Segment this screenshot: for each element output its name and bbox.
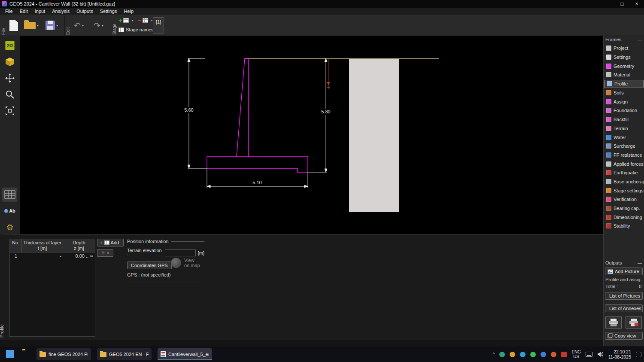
touch-keyboard-icon[interactable] [586, 352, 592, 357]
undo-dropdown-icon[interactable]: ▾ [82, 24, 84, 27]
ff-resistance-icon [606, 152, 611, 158]
open-file-button[interactable]: ▾ [24, 15, 39, 36]
frame-item-label: Material [614, 72, 630, 77]
pan-button[interactable] [3, 71, 17, 85]
remove-stage-button[interactable]: − [138, 17, 148, 24]
menu-item-help[interactable]: Help [120, 8, 137, 15]
coordinates-gps-button[interactable]: Coordinates GPS [127, 262, 172, 269]
menu-item-settings[interactable]: Settings [97, 8, 121, 15]
frame-item-project[interactable]: Project [604, 44, 644, 53]
taskbar-app-fine-geos-2024-pro-pre[interactable]: fine GEOS 2024 Pro Pre- [36, 348, 91, 360]
frame-item-verification[interactable]: Verification [604, 195, 644, 204]
add-stage-dropdown-icon[interactable]: ▾ [132, 18, 134, 22]
tray-bluetooth-icon[interactable] [541, 352, 546, 357]
language-indicator[interactable]: ENG US [571, 350, 581, 359]
zoom-fit-icon [5, 106, 15, 116]
frame-item-foundation[interactable]: Foundation [604, 106, 644, 115]
print-button[interactable] [605, 316, 622, 329]
view-2d-button[interactable]: 2D [3, 39, 17, 52]
table-options-dropdown-icon: ▾ [107, 251, 109, 255]
stage-names-label: Stage names [126, 27, 154, 32]
menu-item-edit[interactable]: Edit [16, 8, 31, 15]
frame-item-backfill[interactable]: Backfill [604, 115, 644, 124]
wall-outline [207, 58, 308, 172]
stage-tab-1[interactable]: [1] [153, 17, 164, 33]
add-picture-button[interactable]: Add Picture [605, 268, 643, 275]
print-export-button[interactable] [626, 316, 642, 329]
notifications-icon[interactable] [636, 352, 641, 357]
zoom-fit-button[interactable] [3, 104, 17, 118]
start-button[interactable] [6, 350, 14, 358]
frame-item-base-anchorage[interactable]: Base anchorage [604, 177, 644, 186]
minimize-button[interactable]: – [600, 0, 615, 8]
copy-view-button[interactable]: Copy view [605, 332, 643, 340]
redo-dropdown-icon[interactable]: ▾ [102, 24, 103, 27]
new-file-button[interactable] [9, 15, 18, 36]
undo-button[interactable]: ↶▾ [74, 15, 84, 36]
frames-minimize-icon[interactable]: — [638, 37, 642, 42]
list-of-pictures-button[interactable]: List of Pictures [605, 292, 643, 300]
frame-item-water[interactable]: Water [604, 133, 644, 142]
tray-sync-icon[interactable] [499, 352, 505, 357]
tray-adobe-icon[interactable] [561, 352, 567, 357]
table-options-button[interactable]: ≡ ▾ [97, 249, 113, 257]
menu-item-analysis[interactable]: Analysis [49, 8, 73, 15]
save-file-button[interactable]: ▾ [46, 15, 58, 36]
frame-item-terrain[interactable]: Terrain [604, 124, 644, 133]
window-title: GEO5 2024 - Cantilever Wall (32 bit) [Un… [9, 1, 115, 6]
menu-item-input[interactable]: Input [31, 8, 49, 15]
tray-whatsapp-icon[interactable] [530, 352, 536, 357]
total-counter: Total : 0 [604, 282, 644, 289]
hidden-icons-chevron[interactable]: ^ [492, 352, 495, 357]
outputs-minimize-icon[interactable]: — [638, 261, 642, 265]
tray-telegram-icon[interactable] [520, 352, 526, 357]
tray-power-icon[interactable] [510, 352, 515, 357]
list-icon: ≡ [101, 250, 104, 256]
frame-item-surcharge[interactable]: Surcharge [604, 142, 644, 151]
menu-item-outputs[interactable]: Outputs [73, 8, 97, 15]
add-stage-button[interactable]: + [118, 17, 129, 24]
bearing-capacity-icon [606, 206, 611, 211]
grid-settings-button[interactable] [3, 188, 17, 201]
frame-item-bearing-cap[interactable]: Bearing cap. [604, 204, 644, 213]
frame-item-material[interactable]: Material [604, 70, 644, 79]
frame-item-stability[interactable]: Stability [604, 222, 644, 231]
tray-security-icon[interactable] [551, 352, 556, 357]
drawing-settings-button[interactable]: ⚙ [3, 220, 17, 234]
stage-names-button[interactable]: Stage names [118, 26, 154, 33]
frame-item-applied-forces[interactable]: Applied forces [604, 159, 644, 168]
text-labels-button[interactable]: Ab [3, 204, 17, 218]
drawing-canvas[interactable]: 5.60 5.80 5.10 [20, 36, 603, 234]
taskbar-app-geo5-2024-en-file-exp[interactable]: GEO5 2024 EN - File Exp [97, 348, 152, 360]
zoom-button[interactable] [3, 88, 17, 101]
maximize-button[interactable]: □ [615, 0, 629, 8]
view-on-map-button[interactable]: Viewon map [171, 258, 200, 268]
side-tab[interactable]: Profile [0, 234, 3, 340]
list-of-annexes-button[interactable]: List of Annexes [605, 304, 643, 312]
close-button[interactable]: × [629, 0, 644, 8]
depth-marker [327, 58, 330, 89]
frame-item-soils[interactable]: Soils [604, 88, 644, 97]
redo-button[interactable]: ↷▾ [94, 15, 103, 36]
frame-item-earthquake[interactable]: Earthquake [604, 168, 644, 177]
taskbar-app-cantileverwall-5-en[interactable]: Cantileverwall_5_en [158, 348, 212, 360]
volume-icon[interactable] [597, 351, 604, 357]
menu-item-file[interactable]: File [2, 8, 16, 15]
frame-item-settings[interactable]: Settings [604, 53, 644, 62]
clock[interactable]: 22:10:21 11-08-2025 [608, 349, 631, 359]
add-layer-button[interactable]: + Add [97, 239, 124, 246]
frame-item-stage-settings[interactable]: Stage settings [604, 186, 644, 195]
outputs-panel: Outputs — Add Picture Profile and assig.… [604, 259, 644, 340]
frame-item-geometry[interactable]: Geometry [604, 61, 644, 70]
terrain-elevation-input[interactable] [165, 249, 196, 256]
frame-item-profile[interactable]: Profile [604, 80, 644, 88]
save-dropdown-icon[interactable]: ▾ [56, 24, 58, 27]
frame-item-ff-resistance[interactable]: FF resistance [604, 151, 644, 160]
remove-stage-dropdown-icon[interactable]: ▾ [151, 18, 153, 22]
view-3d-button[interactable] [3, 55, 17, 69]
geo5-file-icon [161, 351, 166, 357]
frame-item-assign[interactable]: Assign [604, 97, 644, 106]
frame-item-dimensioning[interactable]: Dimensioning [604, 213, 644, 222]
layer-row[interactable]: 1-0.00 .. ∞ [10, 252, 95, 259]
open-dropdown-icon[interactable]: ▾ [37, 24, 39, 27]
